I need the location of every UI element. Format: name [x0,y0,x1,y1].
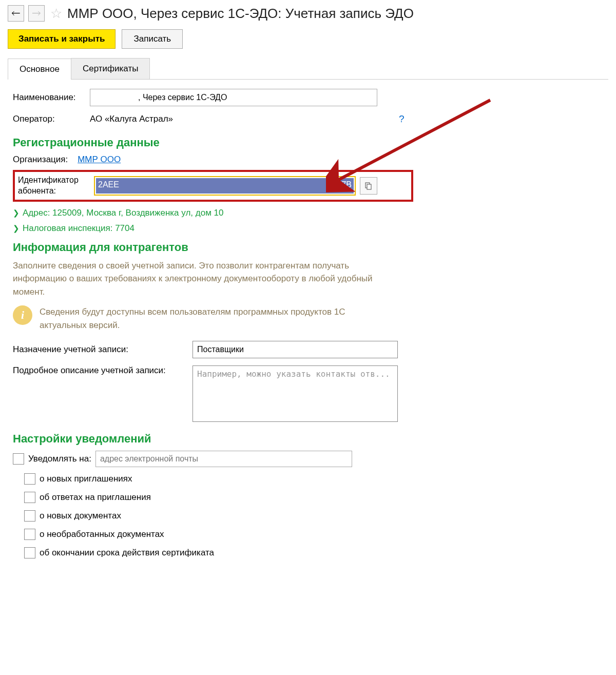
chevron-right-icon: ❯ [13,208,20,218]
notify-email-input[interactable] [95,451,352,467]
name-input[interactable]: , Через сервис 1С-ЭДО [90,89,377,106]
tax-expand[interactable]: ❯ Налоговая инспекция: 7704 [13,223,608,234]
registration-header: Регистрационные данные [13,136,608,149]
operator-value: АО «Калуга Астрал» [90,114,173,124]
check-invitation-responses[interactable] [24,492,35,503]
account-description-textarea[interactable] [192,365,398,422]
operator-label: Оператор: [13,114,90,124]
chevron-right-icon: ❯ [13,224,20,233]
subscriber-id-highlight: Идентификатор абонента: 2AEE 5757B [13,170,413,202]
redacted-block [94,93,138,102]
nav-forward-button[interactable]: 🡒 [28,5,45,22]
check-cert-expiry-label: об окончании срока действия сертификата [40,548,214,558]
subscriber-id-label: Идентификатор абонента: [18,175,90,197]
nav-back-button[interactable]: 🡐 [8,5,24,22]
tax-text: Налоговая инспекция: 7704 [23,223,134,234]
favorite-star-icon[interactable]: ☆ [49,6,63,21]
check-unprocessed-documents[interactable] [24,529,35,540]
check-new-documents-label: о новых документах [40,511,121,521]
subscriber-id-left: 2AEE [98,180,119,191]
help-icon[interactable]: ? [399,113,405,125]
tab-certificates[interactable]: Сертификаты [71,58,150,79]
copy-button[interactable] [360,177,377,195]
check-new-invitations-label: о новых приглашениях [40,474,132,484]
save-button[interactable]: Записать [122,29,183,49]
check-unprocessed-documents-label: о необработанных документах [40,529,164,539]
info-icon: i [13,305,32,325]
tab-main[interactable]: Основное [8,59,71,80]
address-expand[interactable]: ❯ Адрес: 125009, Москва г, Воздвиженка у… [13,208,608,218]
subscriber-id-right: 5757B [328,180,352,191]
svg-rect-1 [367,184,371,189]
check-new-documents[interactable] [24,510,35,522]
name-label: Наименование: [13,92,90,103]
organization-label: Организация: [13,155,68,165]
subscriber-id-field[interactable]: 2AEE 5757B [96,178,354,194]
account-purpose-label: Назначение учетной записи: [13,344,192,355]
check-cert-expiry[interactable] [24,547,35,558]
notify-on-label: Уведомлять на: [28,454,91,464]
account-purpose-input[interactable] [192,341,398,358]
contragent-info-header: Информация для контрагентов [13,241,608,254]
info-banner-text: Сведения будут доступны всем пользовател… [40,305,368,332]
notification-settings-header: Настройки уведомлений [13,432,608,446]
copy-icon [364,182,373,190]
page-title: ММР ООО, Через сервис 1С-ЭДО: Учетная за… [67,6,414,22]
name-value-tail: , Через сервис 1С-ЭДО [138,93,227,102]
organization-link[interactable]: ММР ООО [78,155,121,164]
account-description-label: Подробное описание учетной записи: [13,365,192,376]
check-invitation-responses-label: об ответах на приглашения [40,492,151,503]
save-and-close-button[interactable]: Записать и закрыть [8,29,116,49]
check-new-invitations[interactable] [24,473,35,485]
address-text: Адрес: 125009, Москва г, Воздвиженка ул,… [23,208,223,218]
contragent-info-description: Заполните сведения о своей учетной запис… [13,259,382,299]
notify-enable-checkbox[interactable] [13,453,24,465]
